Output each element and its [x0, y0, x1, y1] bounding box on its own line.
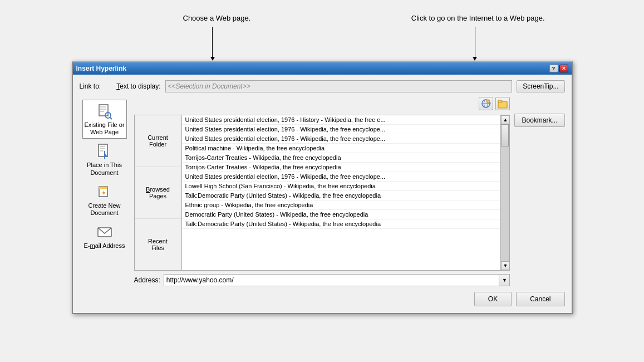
- annotation-left-text: Choose a Web page.: [183, 14, 251, 22]
- svg-rect-2: [100, 109, 106, 110]
- svg-rect-7: [100, 146, 105, 147]
- address-input[interactable]: [164, 274, 499, 286]
- top-row: Link to: Text to display: ScreenTip...: [80, 80, 565, 92]
- existing-file-icon: [96, 102, 114, 120]
- list-item[interactable]: Talk:Democratic Party (United States) - …: [182, 191, 501, 200]
- svg-rect-9: [100, 150, 104, 151]
- list-item[interactable]: Lowell High School (San Francisco) - Wik…: [182, 182, 501, 191]
- list-item[interactable]: United States presidential election, 197…: [182, 172, 501, 182]
- text-display-input[interactable]: [165, 80, 513, 92]
- close-button[interactable]: ✕: [559, 65, 568, 72]
- screentip-button[interactable]: ScreenTip...: [517, 80, 564, 92]
- list-item[interactable]: Political machine - Wikipedia, the free …: [182, 144, 501, 153]
- svg-rect-3: [100, 111, 104, 112]
- svg-line-5: [110, 118, 112, 119]
- dialog-body: Link to: Text to display: ScreenTip...: [73, 75, 572, 313]
- right-buttons: Bookmark...: [514, 97, 564, 286]
- arrow-left-line: [212, 27, 213, 57]
- annotation-right-text: Click to go on the Internet to a Web pag…: [411, 14, 545, 22]
- dialog-title: Insert Hyperlink: [76, 65, 127, 72]
- section-browsed-pages[interactable]: BrowsedPages: [135, 167, 181, 219]
- list-item[interactable]: Torrijos-Carter Treaties - Wikipedia, th…: [182, 163, 501, 172]
- scroll-down-button[interactable]: ▼: [501, 261, 510, 270]
- annotations-area: Choose a Web page. Click to go on the In…: [72, 11, 573, 61]
- list-sections: CurrentFolder BrowsedPages RecentFiles: [135, 115, 182, 270]
- list-content: United States presidential election, 197…: [182, 115, 501, 270]
- section-recent-files[interactable]: RecentFiles: [135, 219, 181, 270]
- center-panel: 🔍 CurrentFolder: [134, 97, 510, 286]
- place-in-doc-icon: [96, 143, 114, 160]
- icon-buttons-row: 🔍: [134, 97, 510, 110]
- sidebar-item-place-in-doc[interactable]: Place in ThisDocument: [82, 140, 127, 179]
- svg-text:✦: ✦: [101, 190, 106, 196]
- list-item[interactable]: United States presidential election, 197…: [182, 125, 501, 134]
- dialog-titlebar: Insert Hyperlink ? ✕: [73, 62, 572, 75]
- sidebar-item-existing-file[interactable]: Existing File orWeb Page: [82, 100, 127, 139]
- bottom-row: OK Cancel: [80, 292, 565, 306]
- list-item[interactable]: United States presidential election, 197…: [182, 115, 501, 125]
- sidebar: Existing File orWeb Page Place in: [80, 97, 130, 286]
- browse-web-button[interactable]: 🔍: [479, 97, 493, 110]
- list-item[interactable]: United States presidential election, 197…: [182, 134, 501, 144]
- list-container: CurrentFolder BrowsedPages RecentFiles U…: [134, 115, 510, 271]
- create-new-label: Create NewDocument: [88, 202, 120, 217]
- address-dropdown-button[interactable]: ▼: [499, 274, 510, 286]
- main-content: Existing File orWeb Page Place in: [80, 97, 565, 286]
- svg-rect-13: [99, 187, 107, 189]
- scrollbar[interactable]: ▲ ▼: [500, 115, 509, 270]
- svg-rect-1: [100, 106, 106, 107]
- email-label: E-mail Address: [84, 242, 125, 250]
- text-display-label: Text to display:: [116, 82, 160, 90]
- arrow-left-tip: [210, 57, 215, 61]
- ok-button[interactable]: OK: [474, 292, 512, 306]
- sidebar-item-create-new[interactable]: ✦ Create NewDocument: [82, 180, 127, 219]
- section-current-folder[interactable]: CurrentFolder: [135, 115, 181, 167]
- insert-hyperlink-dialog: Insert Hyperlink ? ✕ Link to: Text to di…: [72, 61, 573, 314]
- scroll-thumb[interactable]: [501, 124, 509, 146]
- arrow-right-tip: [473, 57, 477, 61]
- svg-text:🔍: 🔍: [488, 100, 491, 104]
- link-to-label: Link to:: [80, 82, 101, 90]
- svg-rect-22: [498, 100, 502, 102]
- email-icon: [96, 223, 114, 241]
- help-button[interactable]: ?: [549, 65, 558, 72]
- list-item[interactable]: Talk:Democratic Party (United States) - …: [182, 219, 501, 229]
- existing-file-label: Existing File orWeb Page: [84, 121, 124, 136]
- list-item[interactable]: Torrijos-Carter Treaties - Wikipedia, th…: [182, 153, 501, 163]
- create-new-icon: ✦: [96, 183, 114, 201]
- svg-rect-8: [100, 148, 105, 149]
- address-input-wrap: ▼: [164, 274, 510, 286]
- titlebar-buttons: ? ✕: [549, 65, 568, 72]
- address-row: Address: ▼: [134, 274, 510, 286]
- bookmark-button[interactable]: Bookmark...: [514, 114, 564, 127]
- browse-file-button[interactable]: [495, 97, 510, 110]
- arrow-right-line: [475, 27, 475, 57]
- list-item[interactable]: Democratic Party (United States) - Wikip…: [182, 210, 501, 219]
- list-item[interactable]: Ethnic group - Wikipedia, the free encyc…: [182, 200, 501, 210]
- address-label: Address:: [134, 276, 160, 284]
- sidebar-item-email[interactable]: E-mail Address: [82, 221, 127, 252]
- place-in-doc-label: Place in ThisDocument: [87, 162, 122, 176]
- cancel-button[interactable]: Cancel: [516, 292, 564, 306]
- file-list: United States presidential election, 197…: [182, 115, 501, 229]
- scroll-up-button[interactable]: ▲: [501, 115, 510, 124]
- scroll-track: [501, 124, 509, 261]
